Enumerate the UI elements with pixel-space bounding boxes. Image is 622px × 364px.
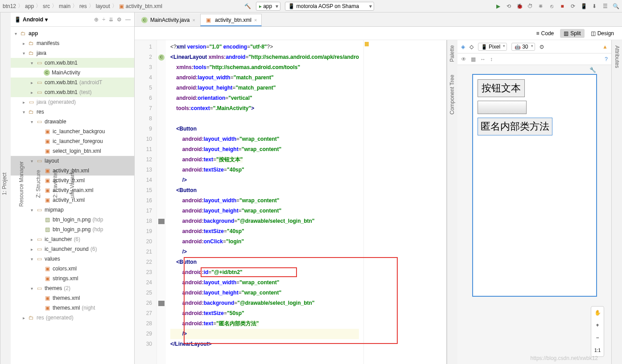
- rail-1-project[interactable]: 1: Project: [0, 171, 8, 197]
- theme-icon[interactable]: ⊙: [540, 44, 544, 50]
- component-tree-tab[interactable]: Component Tree: [448, 73, 457, 116]
- tree-item[interactable]: ▣strings.xml: [11, 274, 134, 283]
- code-content[interactable]: <?xml version="1.0" encoding="utf-8"?><L…: [166, 40, 363, 364]
- error-stripe[interactable]: [363, 40, 370, 364]
- avd-icon[interactable]: 📱: [580, 3, 587, 10]
- editor-tab[interactable]: ▣activity_btn.xml×: [200, 14, 262, 26]
- tree-item[interactable]: ▾🗀res: [11, 107, 134, 117]
- run-icon[interactable]: ▶: [494, 3, 502, 10]
- tree-item[interactable]: ▸▭com.xwb.btn1 (androidT: [11, 78, 134, 87]
- pan-icon[interactable]: ✋: [591, 307, 604, 319]
- view-design-button[interactable]: ◫ Design: [587, 29, 618, 38]
- rail-z-structure[interactable]: Z: Structure: [34, 168, 42, 200]
- tree-item[interactable]: ▸🗀manifests: [11, 38, 134, 48]
- wrench-icon[interactable]: 🔧: [589, 67, 596, 73]
- tree-item[interactable]: ▾🗀app: [11, 29, 134, 38]
- help-icon[interactable]: ?: [605, 56, 608, 62]
- device-frame[interactable]: 🔧 按钮文本 匿名内部类方法: [472, 74, 597, 297]
- tree-item[interactable]: ▸▭com.xwb.btn1 (test): [11, 87, 134, 97]
- tree-item[interactable]: ▾▭drawable: [11, 117, 134, 127]
- attributes-tab[interactable]: Attributes: [613, 44, 621, 70]
- warning-icon[interactable]: ▲: [602, 44, 608, 50]
- watermark: https://blog.csdn.net/xwbk12: [531, 355, 598, 361]
- design-toolbar-2: 👁 ▦ ↔ ↕ ?: [457, 53, 611, 65]
- tree-item[interactable]: ▾▭layout: [11, 156, 134, 166]
- tree-item[interactable]: ▣ic_launcher_foregrou: [11, 136, 134, 146]
- design-pane: Component Tree Palette ◈ ◇ 📱 Pixel 🤖 30 …: [446, 40, 611, 364]
- rail-2-favorites[interactable]: 2: Favorites: [51, 168, 59, 200]
- debug-icon[interactable]: 🐞: [516, 3, 523, 10]
- expand-v-icon[interactable]: ↕: [490, 56, 493, 62]
- tree-item[interactable]: ▣themes.xml (night: [11, 303, 134, 313]
- design-canvas[interactable]: 🔧 按钮文本 匿名内部类方法 ✋ + − 1:1 https://blog.cs…: [457, 65, 611, 364]
- view-split-button[interactable]: ▥ Split: [560, 29, 584, 38]
- preview-button-2[interactable]: [478, 101, 527, 114]
- stop-icon[interactable]: ■: [559, 3, 566, 10]
- gutter-marks: C: [157, 40, 166, 364]
- line-gutter: 1234567891011121314151617181920212223242…: [135, 40, 157, 364]
- editor-tab[interactable]: CMainActivity.java×: [136, 14, 200, 26]
- divide-icon[interactable]: ÷: [102, 16, 105, 23]
- sync-icon[interactable]: ⟳: [569, 3, 577, 10]
- breadcrumb[interactable]: btn12〉app〉src〉main〉res〉layout〉▣ activity…: [3, 2, 162, 10]
- zoom-fit-button[interactable]: 1:1: [591, 344, 604, 356]
- orientation-icon[interactable]: ◇: [470, 44, 474, 50]
- palette-rail[interactable]: Component Tree Palette: [447, 40, 457, 364]
- tree-item[interactable]: ▾▭com.xwb.btn1: [11, 58, 134, 68]
- tree-item[interactable]: ▾▭mipmap: [11, 205, 134, 215]
- top-toolbar: btn12〉app〉src〉main〉res〉layout〉▣ activity…: [0, 0, 622, 12]
- project-panel-header: 📱 Android ▾ ⊕ ÷ ⇊ ⚙ —: [11, 12, 134, 27]
- layout-view-switcher: ≡ Code ▥ Split ◫ Design: [135, 27, 622, 40]
- zoom-in-button[interactable]: +: [591, 319, 604, 331]
- code-editor[interactable]: 1234567891011121314151617181920212223242…: [135, 40, 446, 364]
- surface-icon[interactable]: ◈: [461, 44, 465, 50]
- preview-button-3[interactable]: 匿名内部类方法: [478, 118, 552, 135]
- device-dropdown[interactable]: 📱 motorola AOSP on Shama: [285, 2, 374, 11]
- rail-uild-variants[interactable]: uild Variants: [68, 168, 76, 200]
- run-config-dropdown[interactable]: ▸ app: [256, 2, 280, 11]
- hammer-icon[interactable]: 🔨: [244, 3, 251, 10]
- tree-item[interactable]: ▸▭ic_launcher (6): [11, 234, 134, 244]
- attach-icon[interactable]: ⎋: [548, 3, 555, 10]
- coverage-icon[interactable]: ⛯: [537, 3, 544, 10]
- search-icon[interactable]: 🔍: [612, 3, 619, 10]
- target-icon[interactable]: ⊕: [94, 16, 99, 23]
- sdk-icon[interactable]: ⬇: [591, 3, 598, 10]
- zoom-out-button[interactable]: −: [591, 331, 604, 344]
- collapse-icon[interactable]: ⇊: [109, 16, 113, 23]
- tree-item[interactable]: CMainActivity: [11, 68, 134, 78]
- view-code-button[interactable]: ≡ Code: [533, 29, 558, 38]
- expand-h-icon[interactable]: ↔: [480, 56, 486, 62]
- design-toolbar: ◈ ◇ 📱 Pixel 🤖 30 ⊙ ▲: [457, 40, 611, 53]
- tree-item[interactable]: ▨btn_login_n.png (hdp: [11, 215, 134, 225]
- preview-button-1[interactable]: 按钮文本: [478, 79, 525, 97]
- tree-item[interactable]: ▣select_login_btn.xml: [11, 146, 134, 156]
- profiler-icon[interactable]: ⏱: [527, 3, 534, 10]
- close-icon[interactable]: ×: [254, 17, 257, 23]
- palette-tab[interactable]: Palette: [448, 44, 457, 64]
- tree-item[interactable]: ▾▭values: [11, 254, 134, 264]
- tree-item[interactable]: ▸▭java (generated): [11, 97, 134, 107]
- tree-item[interactable]: ▣ic_launcher_backgrou: [11, 127, 134, 136]
- tree-item[interactable]: ▣themes.xml: [11, 293, 134, 303]
- tree-item[interactable]: ▸🗀res (generated): [11, 313, 134, 323]
- tree-item[interactable]: ▾🗀java: [11, 48, 134, 58]
- api-picker[interactable]: 🤖 30: [511, 43, 535, 51]
- tree-item[interactable]: ▨btn_login_p.png (hdp: [11, 225, 134, 234]
- device-picker[interactable]: 📱 Pixel: [478, 43, 507, 51]
- eye-icon[interactable]: 👁: [461, 56, 466, 62]
- toolbar-actions: ▶ ⟲ 🐞 ⏱ ⛯ ⎋ ■ ⟳ 📱 ⬇ ☰ 🔍: [494, 3, 619, 10]
- gear-icon[interactable]: ⚙: [117, 16, 122, 23]
- project-view-dropdown[interactable]: 📱 Android ▾: [14, 16, 48, 23]
- structure-icon[interactable]: ☰: [601, 3, 609, 10]
- tree-item[interactable]: ▣colors.xml: [11, 264, 134, 274]
- zoom-controls: ✋ + − 1:1: [591, 306, 604, 357]
- right-tool-rail[interactable]: Attributes: [611, 40, 622, 364]
- apply-changes-icon[interactable]: ⟲: [505, 3, 512, 10]
- close-icon[interactable]: ×: [192, 17, 195, 23]
- rail-resource-manager[interactable]: Resource Manager: [17, 159, 25, 208]
- grid-icon[interactable]: ▦: [471, 56, 476, 62]
- hide-icon[interactable]: —: [125, 16, 131, 23]
- tree-item[interactable]: ▸▭ic_launcher_round (6): [11, 244, 134, 254]
- tree-item[interactable]: ▾▭themes (2): [11, 283, 134, 293]
